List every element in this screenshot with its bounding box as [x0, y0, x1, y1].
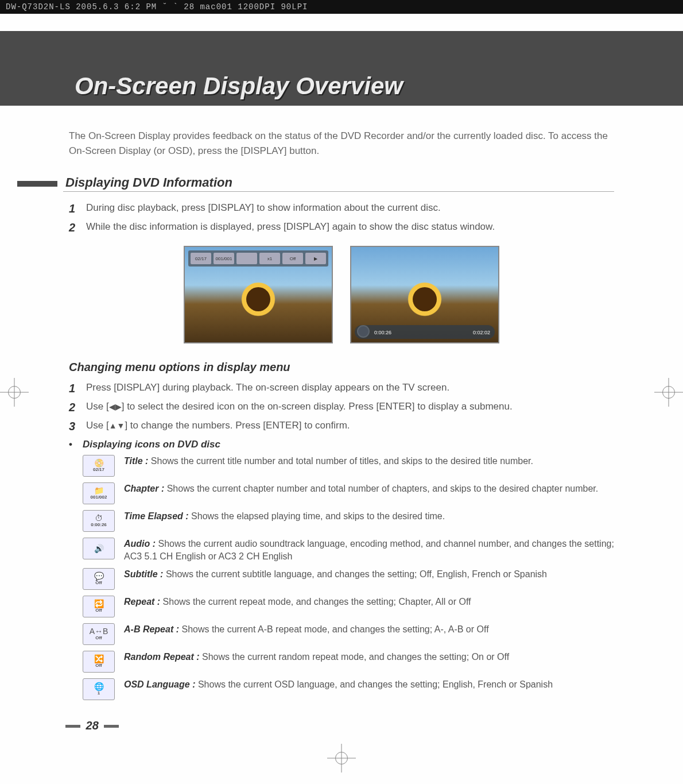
icon-description: Chapter : Shows the current chapter numb…: [124, 482, 614, 495]
up-down-arrow-icon: ▲▼: [109, 421, 125, 430]
step-list-1: 1 During disc playback, press [DISPLAY] …: [69, 202, 614, 234]
icon-text: Shows the current chapter number and tot…: [167, 484, 599, 493]
time-elapsed-icon: ⏱0:00:26: [83, 510, 115, 532]
glyph: 📀: [94, 459, 104, 467]
intro-paragraph: The On-Screen Display provides feedback …: [69, 129, 614, 158]
icon-term: Subtitle :: [124, 569, 163, 579]
icon-row: 🔀OffRandom Repeat : Shows the current ra…: [69, 651, 614, 673]
progress-bar: 0:00:26 0:02:02: [355, 325, 495, 339]
step-number: 2: [69, 401, 86, 414]
icon-description: A-B Repeat : Shows the current A-B repea…: [124, 623, 614, 636]
icon-row: A↔BOffA-B Repeat : Shows the current A-B…: [69, 623, 614, 645]
title-icon: 📀02/17: [83, 455, 115, 477]
osd-cell: 02/17: [191, 253, 211, 264]
bullet-heading-row: • Displaying icons on DVD disc: [69, 439, 614, 450]
icon-text: Shows the current subtitle language, and…: [166, 569, 547, 579]
step-text: While the disc information is displayed,…: [86, 221, 495, 233]
icon-text: Shows the current repeat mode, and chang…: [163, 597, 471, 607]
icon-label: 1: [98, 690, 100, 697]
page-bar-left-icon: [65, 725, 80, 728]
step-item: 2 Use [◀▶] to select the desired icon on…: [69, 401, 614, 414]
subsection-title: Changing menu options in display menu: [69, 361, 614, 374]
print-header-text: DW-Q73D2N-LS 2005.6.3 6:2 PM ˘ ` 28 mac0…: [6, 2, 308, 11]
step-number: 1: [69, 382, 86, 395]
icon-text: Shows the elapsed playing time, and skip…: [191, 511, 445, 521]
time-right: 0:02:02: [473, 330, 490, 335]
glyph: 📁: [94, 486, 104, 495]
left-right-arrow-icon: ◀▶: [109, 402, 122, 411]
icon-row: 🔊Audio : Shows the current audio soundtr…: [69, 538, 614, 562]
icon-label: 02/17: [93, 467, 104, 473]
glyph: 🔁: [94, 600, 104, 608]
step-text: Use [◀▶] to select the desired icon on t…: [86, 401, 513, 412]
icon-label: Off: [95, 663, 102, 669]
screenshot-progress: 0:00:26 0:02:02: [350, 246, 499, 343]
icon-text: Shows the current A-B repeat mode, and c…: [181, 624, 488, 634]
page-number: 28: [63, 719, 121, 732]
osd-language-icon: 🌐1: [83, 678, 115, 700]
glyph: 💬: [94, 572, 104, 580]
osd-bar: 02/17 001/001 x1 Off ▶: [188, 250, 328, 267]
icon-description: Subtitle : Shows the current subtitle la…: [124, 568, 614, 581]
step-number: 2: [69, 221, 86, 234]
screenshot-row: 02/17 001/001 x1 Off ▶ 0:00:26 0:02:02: [69, 246, 614, 343]
bullet-dot-icon: •: [69, 439, 83, 450]
sunflower-image: [230, 271, 287, 328]
icon-row: 📁001/002Chapter : Shows the current chap…: [69, 482, 614, 504]
step-number: 1: [69, 202, 86, 215]
icon-label: Off: [95, 635, 102, 642]
icon-text: Shows the current title number and total…: [151, 456, 533, 466]
icon-term: Title :: [124, 456, 148, 466]
step-text: Use [▲▼] to change the numbers. Press [E…: [86, 420, 350, 431]
chapter-icon: 📁001/002: [83, 482, 115, 504]
icon-text: Shows the current random repeat mode, an…: [202, 652, 509, 662]
section-header: Displaying DVD Information: [69, 175, 614, 192]
step-item: 3 Use [▲▼] to change the numbers. Press …: [69, 420, 614, 433]
step-list-2: 1 Press [DISPLAY] during playback. The o…: [69, 382, 614, 433]
icon-text: Shows the current audio soundtrack langu…: [124, 539, 614, 561]
icon-text: Shows the current OSD language, and chan…: [198, 679, 553, 689]
subtitle-icon: 💬Off: [83, 568, 115, 590]
audio-icon: 🔊: [83, 538, 115, 559]
section-title: Displaying DVD Information: [63, 175, 614, 192]
icon-row: 💬OffSubtitle : Shows the current subtitl…: [69, 568, 614, 590]
icon-term: Time Elapsed :: [124, 511, 189, 521]
icon-label: Off: [95, 580, 102, 586]
icon-row: 🌐1OSD Language : Shows the current OSD l…: [69, 678, 614, 700]
glyph: 🌐: [94, 682, 104, 690]
repeat-icon: 🔁Off: [83, 596, 115, 617]
icon-description: Time Elapsed : Shows the elapsed playing…: [124, 510, 614, 523]
icon-description: Random Repeat : Shows the current random…: [124, 651, 614, 663]
bullet-heading: Displaying icons on DVD disc: [83, 439, 220, 450]
icon-label: Off: [95, 608, 102, 614]
content-area: The On-Screen Display provides feedback …: [0, 106, 683, 700]
icon-term: A-B Repeat :: [124, 624, 179, 634]
icon-term: Audio :: [124, 539, 156, 549]
icon-row: 🔁OffRepeat : Shows the current repeat mo…: [69, 596, 614, 617]
icon-term: Chapter :: [124, 484, 164, 493]
section-bar-icon: [17, 181, 57, 187]
sunflower-image: [396, 271, 453, 328]
page-bar-right-icon: [104, 725, 119, 728]
icon-description: OSD Language : Shows the current OSD lan…: [124, 678, 614, 691]
osd-cell: 001/001: [214, 253, 234, 264]
osd-cell: [236, 253, 257, 264]
icon-label: 0:00:26: [91, 522, 107, 528]
icon-description: Audio : Shows the current audio soundtra…: [124, 538, 614, 562]
osd-cell: ▶: [305, 253, 326, 264]
screenshot-osd-bar: 02/17 001/001 x1 Off ▶: [184, 246, 333, 343]
step-number: 3: [69, 420, 86, 433]
time-left: 0:00:26: [374, 330, 391, 335]
step-text: During disc playback, press [DISPLAY] to…: [86, 202, 441, 214]
icon-term: Repeat :: [124, 597, 160, 607]
icon-term: OSD Language :: [124, 679, 195, 689]
step-item: 2 While the disc information is displaye…: [69, 221, 614, 234]
osd-cell: x1: [259, 253, 280, 264]
page-title: On-Screen Display Overview: [75, 72, 403, 100]
glyph: ⏱: [95, 514, 103, 522]
random-repeat-icon: 🔀Off: [83, 651, 115, 673]
step-item: 1 During disc playback, press [DISPLAY] …: [69, 202, 614, 215]
icon-term: Random Repeat :: [124, 652, 200, 662]
icon-row: ⏱0:00:26Time Elapsed : Shows the elapsed…: [69, 510, 614, 532]
title-band: On-Screen Display Overview: [0, 31, 683, 106]
